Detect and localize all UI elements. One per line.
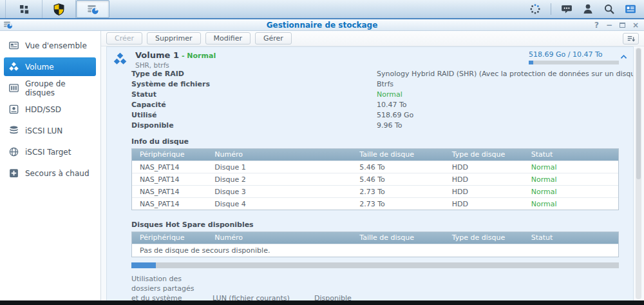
taskbar-user-menu-button[interactable] <box>582 3 594 15</box>
detail-row: Utilisé518.69 Go <box>131 110 619 121</box>
table-cell: HDD <box>444 198 524 210</box>
taskbar-pilot-view-button[interactable] <box>529 3 541 15</box>
security-shield-icon <box>53 3 65 15</box>
detail-label: Capacité <box>131 100 377 110</box>
collapse-all-button[interactable] <box>623 33 639 44</box>
usage-legend: Utilisation des dossiers partagés et du … <box>131 274 619 300</box>
desktop-edge <box>0 300 644 305</box>
sidebar-item-secours-a-chaud[interactable]: Secours à chaud <box>4 164 96 182</box>
hot-spare-title: Disques Hot Spare disponibles <box>131 221 619 229</box>
sidebar-item-iscsi-target[interactable]: iSCSI Target <box>4 143 96 161</box>
table-cell: HDD <box>444 173 524 185</box>
table-cell: HDD <box>444 161 524 173</box>
toolbar-supprimer-button[interactable]: Supprimer <box>147 32 201 44</box>
taskbar-storage-manager-button[interactable] <box>76 0 109 18</box>
vertical-scrollbar[interactable] <box>636 48 641 299</box>
table-cell: Normal <box>524 173 618 185</box>
table-row[interactable]: NAS_PAT14Disque 15.46 ToHDDNormal <box>132 161 618 173</box>
window-titlebar: Gestionnaire de stockage ?−× <box>0 19 644 31</box>
detail-label: Système de fichiers <box>131 79 377 90</box>
toolbar-gerer-button[interactable]: Gérer <box>255 32 292 44</box>
detail-row: Disponible9.96 To <box>131 121 619 131</box>
scrollbar-thumb[interactable] <box>636 48 641 179</box>
detail-value: 10.47 To <box>377 100 407 110</box>
table-cell: 2.73 To <box>352 198 444 210</box>
sidebar-item-groupe-de-disques[interactable]: Groupe de disques <box>4 79 96 97</box>
table-cell: NAS_PAT14 <box>132 161 207 173</box>
volume-title: Volume 1 <box>135 50 179 60</box>
table-cell: Disque 1 <box>207 161 352 173</box>
overview-icon <box>8 40 19 51</box>
sidebar: Vue d'ensembleVolumeGroupe de disquesHDD… <box>0 31 101 300</box>
sidebar-item-vue-d-ensemble[interactable]: Vue d'ensemble <box>4 36 96 55</box>
empty-table-message: Pas de disque de secours disponible. <box>132 244 618 257</box>
taskbar-widgets-button[interactable] <box>625 3 636 15</box>
maximize-button[interactable] <box>620 23 625 28</box>
table-cell: 5.46 To <box>352 173 444 185</box>
disk-group-icon <box>8 83 19 93</box>
detail-value: Normal <box>377 90 402 100</box>
taskbar-security-advisor-button[interactable] <box>43 0 76 18</box>
column-header: Taille de disque <box>352 149 444 161</box>
legend-label: Utilisation des dossiers partagés et du … <box>131 274 204 300</box>
window-title: Gestionnaire de stockage <box>0 21 644 30</box>
minimize-button[interactable]: − <box>606 21 612 30</box>
detail-value: 9.96 To <box>377 121 402 131</box>
sidebar-item-hdd-ssd[interactable]: HDD/SSD <box>4 100 96 119</box>
taskbar-notifications-button[interactable] <box>561 3 573 15</box>
table-row[interactable]: NAS_PAT14Disque 25.46 ToHDDNormal <box>132 173 618 185</box>
hdd-ssd-icon <box>8 104 19 115</box>
hot-spare-icon <box>8 168 19 179</box>
column-header: Statut <box>524 232 618 244</box>
table-header-row: PériphériqueNuméroTaille de disqueType d… <box>132 149 618 161</box>
taskbar-app-buttons <box>5 0 109 18</box>
close-button[interactable]: × <box>632 21 639 30</box>
detail-label: Utilisé <box>131 110 377 121</box>
sidebar-item-label: iSCSI Target <box>25 148 71 157</box>
toolbar: CréerSupprimerModifierGérer <box>101 31 644 46</box>
table-row[interactable]: NAS_PAT14Disque 42.73 ToHDDNormal <box>132 197 618 210</box>
taskbar-main-menu-button[interactable] <box>5 0 43 18</box>
detail-label: Disponible <box>131 121 377 131</box>
table-cell: Normal <box>524 186 618 197</box>
disk-info-table: PériphériqueNuméroTaille de disqueType d… <box>131 148 619 210</box>
window-controls: ?−× <box>594 20 639 30</box>
detail-row: StatutNormal <box>131 90 619 100</box>
storage-manager-window: Gestionnaire de stockage ?−× Vue d'ensem… <box>0 19 644 300</box>
legend-label: Disponible <box>314 293 359 300</box>
sidebar-item-volume[interactable]: Volume <box>4 57 96 76</box>
toolbar-modifier-button[interactable]: Modifier <box>205 32 251 44</box>
column-header: Taille de disque <box>352 232 444 244</box>
detail-label: Type de RAID <box>131 69 377 79</box>
taskbar-divider <box>551 3 551 15</box>
chevron-up-icon[interactable] <box>619 53 629 61</box>
legend-item: Disponible <box>314 293 359 300</box>
sidebar-item-label: Groupe de disques <box>25 79 96 97</box>
column-header: Type de disque <box>444 149 524 161</box>
toolbar-creer-button[interactable]: Créer <box>106 32 142 44</box>
detail-label: Statut <box>131 90 377 100</box>
iscsi-lun-icon <box>8 125 19 136</box>
column-header: Périphérique <box>132 149 207 161</box>
storage-manager-icon <box>87 3 99 15</box>
table-cell: HDD <box>444 186 524 197</box>
table-cell: 2.73 To <box>352 186 444 197</box>
usage-progress-bar <box>529 61 619 64</box>
taskbar <box>0 0 644 19</box>
detail-value: 518.69 Go <box>377 110 413 121</box>
taskbar-search-button[interactable] <box>603 3 615 15</box>
table-cell: Disque 3 <box>207 186 352 197</box>
help-button[interactable]: ? <box>594 21 599 30</box>
table-header-row: PériphériqueNuméroTaille de disqueType d… <box>132 232 618 244</box>
main-menu-icon <box>18 3 30 15</box>
column-header: Type de disque <box>444 232 524 244</box>
table-cell: Disque 2 <box>207 173 352 185</box>
column-header: Périphérique <box>132 232 207 244</box>
table-row[interactable]: NAS_PAT14Disque 32.73 ToHDDNormal <box>132 185 618 197</box>
sidebar-item-iscsi-lun[interactable]: iSCSI LUN <box>4 121 96 140</box>
sidebar-item-label: Vue d'ensemble <box>25 41 87 50</box>
column-header: Numéro <box>207 232 352 244</box>
volume-panel-header: Volume 1- Normal SHR, btrfs 518.69 Go / … <box>107 47 633 66</box>
collapse-list-icon <box>627 34 636 43</box>
table-cell: Normal <box>524 161 618 173</box>
